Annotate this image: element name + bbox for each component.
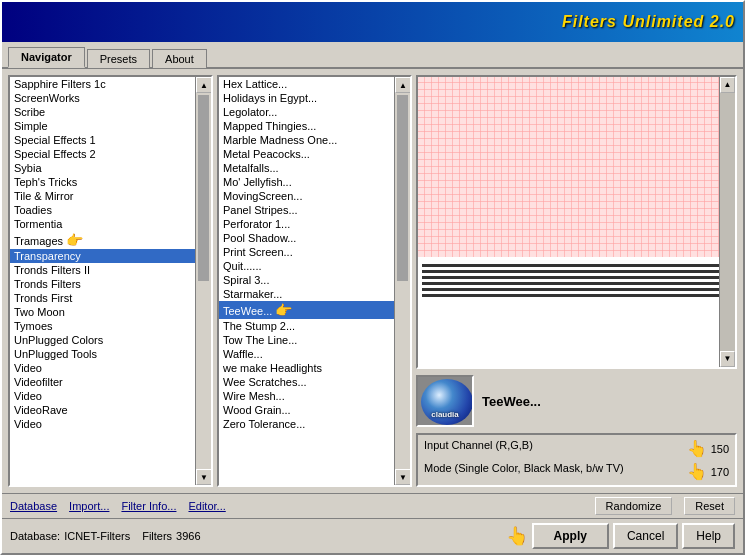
middle-list-item[interactable]: Legolator... bbox=[219, 105, 394, 119]
param-row-1: Input Channel (R,G,B) 👆 150 bbox=[420, 437, 733, 460]
left-list-item[interactable]: Tymoes bbox=[10, 319, 195, 333]
filter-info-row: claudia TeeWee... bbox=[416, 373, 737, 429]
left-list-item[interactable]: Scribe bbox=[10, 105, 195, 119]
middle-list-item[interactable]: Tow The Line... bbox=[219, 333, 394, 347]
middle-list-item[interactable]: we make Headlights bbox=[219, 361, 394, 375]
left-list-item[interactable]: Teph's Tricks bbox=[10, 175, 195, 189]
left-list-item[interactable]: Toadies bbox=[10, 203, 195, 217]
bottom-toolbar: Database Import... Filter Info... Editor… bbox=[2, 493, 743, 518]
reset-button[interactable]: Reset bbox=[684, 497, 735, 515]
middle-list-item[interactable]: Starmaker... bbox=[219, 287, 394, 301]
filter-info-link[interactable]: Filter Info... bbox=[121, 500, 176, 512]
left-list-item[interactable]: Videofilter bbox=[10, 375, 195, 389]
left-scrollbar: ▲ ▼ bbox=[195, 77, 211, 485]
middle-scroll-thumb[interactable] bbox=[397, 95, 408, 281]
import-link[interactable]: Import... bbox=[69, 500, 109, 512]
middle-list-item[interactable]: Waffle... bbox=[219, 347, 394, 361]
left-scroll-track bbox=[196, 283, 211, 469]
left-list-item[interactable]: VideoRave bbox=[10, 403, 195, 417]
apply-pointer-icon: 👆 bbox=[506, 525, 528, 547]
left-list-area: Sapphire Filters 1cScreenWorksScribeSimp… bbox=[10, 77, 211, 485]
main-preview: ▲ ▼ bbox=[416, 75, 737, 369]
left-list-item[interactable]: ScreenWorks bbox=[10, 91, 195, 105]
preview-scroll-up[interactable]: ▲ bbox=[720, 77, 735, 93]
left-list-item[interactable]: Tronds Filters II bbox=[10, 263, 195, 277]
left-list-item[interactable]: Simple bbox=[10, 119, 195, 133]
right-panel: ▲ ▼ claudia TeeWee... Input bbox=[416, 75, 737, 487]
middle-list-item[interactable]: Wood Grain... bbox=[219, 403, 394, 417]
left-list-item[interactable]: Sapphire Filters 1c bbox=[10, 77, 195, 91]
left-list-item[interactable]: Two Moon bbox=[10, 305, 195, 319]
middle-list-item[interactable]: Mo' Jellyfish... bbox=[219, 175, 394, 189]
middle-list-item[interactable]: Metalfalls... bbox=[219, 161, 394, 175]
middle-list-item[interactable]: Wee Scratches... bbox=[219, 375, 394, 389]
status-bar: Database: ICNET-Filters Filters 3966 👆 A… bbox=[2, 518, 743, 553]
filters-value: 3966 bbox=[176, 530, 200, 542]
left-list-item[interactable]: Tile & Mirror bbox=[10, 189, 195, 203]
left-scroll-up[interactable]: ▲ bbox=[196, 77, 211, 93]
action-buttons: 👆 Apply Cancel Help bbox=[506, 523, 735, 549]
middle-list-item[interactable]: Print Screen... bbox=[219, 245, 394, 259]
left-list-item[interactable]: Tormentia bbox=[10, 217, 195, 231]
left-panel: Sapphire Filters 1cScreenWorksScribeSimp… bbox=[8, 75, 213, 487]
preview-scroll-down[interactable]: ▼ bbox=[720, 351, 735, 367]
param-pointer-icon-2: 👆 bbox=[687, 462, 707, 481]
params-panel: Input Channel (R,G,B) 👆 150 Mode (Single… bbox=[416, 433, 737, 487]
left-list-item[interactable]: Tronds First bbox=[10, 291, 195, 305]
left-list-item[interactable]: Tramages 👉 bbox=[10, 231, 195, 249]
tab-bar: Navigator Presets About bbox=[2, 42, 743, 69]
help-button[interactable]: Help bbox=[682, 523, 735, 549]
middle-scroll-down[interactable]: ▼ bbox=[395, 469, 410, 485]
thumbnail-preview: claudia bbox=[416, 375, 474, 427]
middle-list-item[interactable]: Mapped Thingies... bbox=[219, 119, 394, 133]
cancel-button[interactable]: Cancel bbox=[613, 523, 678, 549]
left-scroll-thumb[interactable] bbox=[198, 95, 209, 281]
middle-list-item[interactable]: Marble Madness One... bbox=[219, 133, 394, 147]
middle-scroll-track bbox=[395, 283, 410, 469]
randomize-button[interactable]: Randomize bbox=[595, 497, 673, 515]
param-label-1: Input Channel (R,G,B) bbox=[424, 439, 533, 458]
middle-list-item[interactable]: The Stump 2... bbox=[219, 319, 394, 333]
title-bar-text: Filters Unlimited 2.0 bbox=[562, 13, 735, 31]
tab-navigator[interactable]: Navigator bbox=[8, 47, 85, 68]
left-list-item[interactable]: UnPlugged Tools bbox=[10, 347, 195, 361]
left-scroll-down[interactable]: ▼ bbox=[196, 469, 211, 485]
left-list-item[interactable]: Transparency bbox=[10, 249, 195, 263]
left-list-item[interactable]: Sybia bbox=[10, 161, 195, 175]
middle-list-item[interactable]: MovingScreen... bbox=[219, 189, 394, 203]
param-value-area-2: 👆 170 bbox=[687, 462, 729, 481]
database-link[interactable]: Database bbox=[10, 500, 57, 512]
param-row-2: Mode (Single Color, Black Mask, b/w TV) … bbox=[420, 460, 733, 483]
left-list-item[interactable]: Special Effects 2 bbox=[10, 147, 195, 161]
middle-list-item[interactable]: Metal Peacocks... bbox=[219, 147, 394, 161]
apply-button[interactable]: Apply bbox=[532, 523, 609, 549]
middle-list-item[interactable]: Holidays in Egypt... bbox=[219, 91, 394, 105]
left-list-item[interactable]: UnPlugged Colors bbox=[10, 333, 195, 347]
middle-scroll-up[interactable]: ▲ bbox=[395, 77, 410, 93]
left-items-container: Sapphire Filters 1cScreenWorksScribeSimp… bbox=[10, 77, 195, 431]
middle-list-item[interactable]: Panel Stripes... bbox=[219, 203, 394, 217]
middle-list-item[interactable]: Quit...... bbox=[219, 259, 394, 273]
left-list-item[interactable]: Tronds Filters bbox=[10, 277, 195, 291]
database-status-label: Database: bbox=[10, 530, 60, 542]
middle-list-item[interactable]: Pool Shadow... bbox=[219, 231, 394, 245]
lines-preview bbox=[418, 257, 735, 367]
left-list-item[interactable]: Video bbox=[10, 361, 195, 375]
tab-about[interactable]: About bbox=[152, 49, 207, 68]
middle-list-item[interactable]: Spiral 3... bbox=[219, 273, 394, 287]
param-value-area-1: 👆 150 bbox=[687, 439, 729, 458]
filters-label: Filters bbox=[142, 530, 172, 542]
middle-list-item[interactable]: TeeWee... 👉 bbox=[219, 301, 394, 319]
middle-panel: Hex Lattice...Holidays in Egypt...Legola… bbox=[217, 75, 412, 487]
middle-list-item[interactable]: Hex Lattice... bbox=[219, 77, 394, 91]
middle-list-item[interactable]: Wire Mesh... bbox=[219, 389, 394, 403]
editor-link[interactable]: Editor... bbox=[188, 500, 225, 512]
middle-list-item[interactable]: Zero Tolerance... bbox=[219, 417, 394, 431]
checkerboard-preview bbox=[418, 77, 735, 257]
middle-list-item[interactable]: Perforator 1... bbox=[219, 217, 394, 231]
left-list-item[interactable]: Video bbox=[10, 417, 195, 431]
tab-presets[interactable]: Presets bbox=[87, 49, 150, 68]
database-status-value: ICNET-Filters bbox=[64, 530, 130, 542]
left-list-item[interactable]: Special Effects 1 bbox=[10, 133, 195, 147]
left-list-item[interactable]: Video bbox=[10, 389, 195, 403]
